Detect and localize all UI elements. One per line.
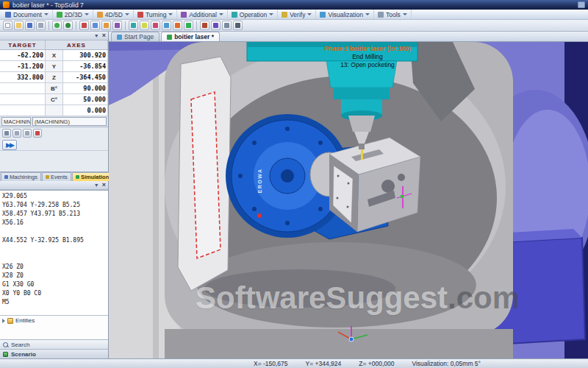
chevron-down-icon — [269, 13, 273, 15]
tab-machinings[interactable]: Machinings — [1, 172, 41, 181]
status-visualization-tolerance: Visualization: 0,05mm 5° — [412, 360, 480, 367]
visualization-menu-icon — [320, 12, 326, 18]
delete-icon[interactable] — [112, 21, 122, 30]
machining-status-row: MACHINING (MACHINING) — [0, 116, 108, 127]
stock-outline — [191, 92, 220, 258]
stop-icon[interactable] — [33, 129, 42, 138]
start-page-icon — [117, 35, 122, 40]
gcode-line: X44.552 Y-32.925 B1.895 — [2, 236, 106, 245]
tab-simulation[interactable]: Simulation — [72, 172, 112, 181]
scenario-tab[interactable]: Scenario — [0, 349, 108, 358]
additional-menu-icon — [181, 12, 187, 18]
menu-document[interactable]: Document — [1, 10, 53, 19]
collision-check-icon[interactable] — [211, 21, 220, 30]
axis-value: 50.000 — [63, 94, 108, 105]
pin-icon[interactable]: ▼ — [94, 33, 99, 38]
menu-turning[interactable]: Turning — [134, 10, 178, 19]
menu-verify[interactable]: Verify — [278, 10, 316, 19]
simulation-control-icons — [0, 127, 108, 139]
menu-operation[interactable]: Operation — [228, 10, 278, 19]
copy-icon[interactable] — [90, 21, 100, 30]
open-icon[interactable] — [14, 21, 24, 30]
options-icon[interactable] — [233, 21, 243, 30]
pin-icon[interactable]: ▼ — [94, 183, 99, 188]
machining-mode-field: MACHINING — [1, 117, 31, 126]
axes-header: AXES — [46, 40, 108, 49]
chevron-down-icon — [44, 13, 49, 15]
window-title: boitier laser * - TopSolid 7 — [12, 1, 84, 9]
tools-menu-icon — [378, 12, 384, 18]
tab-boitier-laser[interactable]: boitier laser * — [161, 32, 220, 41]
machining-state-field: (MACHINING) — [32, 117, 107, 126]
step-back-icon[interactable] — [12, 129, 21, 138]
rewind-icon[interactable] — [2, 129, 11, 138]
cut-icon[interactable] — [79, 21, 89, 30]
undo-icon[interactable] — [52, 21, 62, 30]
tree-node-entities[interactable]: Entities — [2, 317, 106, 324]
axis-label: C° — [46, 94, 63, 105]
gcode-line — [2, 254, 106, 263]
target-value: 332.800 — [0, 72, 46, 83]
turning-menu-icon — [137, 12, 143, 18]
close-icon[interactable]: × — [102, 182, 106, 188]
panel-spacer — [0, 151, 108, 171]
tab-events[interactable]: Events — [42, 172, 71, 181]
menu-tools[interactable]: Tools — [374, 10, 412, 19]
lower-panel-tabs: Machinings Events Simulation — [0, 171, 108, 181]
expand-arrow-icon[interactable] — [2, 319, 5, 323]
coordinates-panel-header: ▼ × — [0, 32, 108, 40]
toolbar-separator — [125, 21, 126, 30]
chevron-down-icon — [219, 13, 223, 15]
stock-definition-icon[interactable] — [151, 21, 160, 30]
sketch-menu-icon — [57, 12, 62, 18]
redo-icon[interactable] — [63, 21, 73, 30]
status-bar: X= -150,675 Y= +344,924 Z= +000,000 Visu… — [0, 358, 588, 368]
machining-operation-icon[interactable] — [173, 21, 182, 30]
axis-value: -364.450 — [63, 72, 108, 83]
chevron-down-icon — [403, 13, 407, 15]
simulation-output[interactable]: X29.065 Y63.704 Y-29.258 B5.25 X58.457 Y… — [0, 190, 108, 315]
menu-2d3d[interactable]: 2D/3D — [53, 10, 93, 19]
main-toolbar — [0, 20, 588, 32]
document-tab-bar: Start Page boitier laser * — [109, 32, 588, 42]
paste-icon[interactable] — [101, 21, 111, 30]
gcode-line: X56.16 — [2, 219, 106, 227]
play-simulation-button[interactable]: ▶▶ — [2, 140, 17, 150]
search-tab-label: Search — [11, 342, 29, 348]
measure-icon[interactable] — [222, 21, 232, 30]
axis-value: 300.920 — [63, 50, 108, 61]
entities-folder-icon — [7, 318, 13, 324]
close-icon[interactable]: × — [102, 32, 106, 39]
chevron-down-icon — [365, 13, 370, 15]
sketch-icon[interactable] — [140, 21, 149, 30]
print-icon[interactable] — [36, 21, 46, 30]
toolbar-separator — [49, 21, 49, 30]
machine-simulation-scene — [109, 42, 588, 358]
machinings-tab-icon — [4, 175, 8, 179]
topsolid-window: boitier laser * - TopSolid 7 Document 2D… — [0, 0, 588, 368]
simulation-play-icon[interactable] — [184, 21, 193, 30]
window-menu-icon[interactable] — [578, 1, 585, 8]
origin-frame-icon[interactable] — [129, 21, 138, 30]
menu-additional[interactable]: Additional — [177, 10, 227, 19]
search-tab[interactable]: Search — [0, 339, 108, 349]
menu-4d5d[interactable]: 4D/5D — [93, 10, 134, 19]
title-bar[interactable]: boitier laser * - TopSolid 7 — [0, 0, 588, 10]
tab-start-page[interactable]: Start Page — [111, 32, 159, 41]
target-value — [0, 105, 46, 116]
save-icon[interactable] — [25, 21, 35, 30]
axis-label: B° — [46, 83, 63, 94]
scenario-tab-label: Scenario — [11, 351, 36, 358]
new-document-icon[interactable] — [3, 21, 12, 30]
verify-toolpath-icon[interactable] — [200, 21, 209, 30]
menu-visualization[interactable]: Visualization — [316, 10, 374, 19]
simulation-panel-header: ▼ × — [0, 181, 108, 190]
axis-value: 0.000 — [63, 105, 108, 116]
target-value — [0, 83, 46, 94]
operation-menu-icon — [232, 12, 237, 18]
document-menu-icon — [5, 12, 11, 18]
events-tab-icon — [46, 175, 49, 179]
3d-viewport[interactable]: Phase 2 boitier laser (lot 100) End Mill… — [109, 42, 588, 358]
step-forward-icon[interactable] — [23, 129, 32, 138]
tool-setup-icon[interactable] — [162, 21, 171, 30]
